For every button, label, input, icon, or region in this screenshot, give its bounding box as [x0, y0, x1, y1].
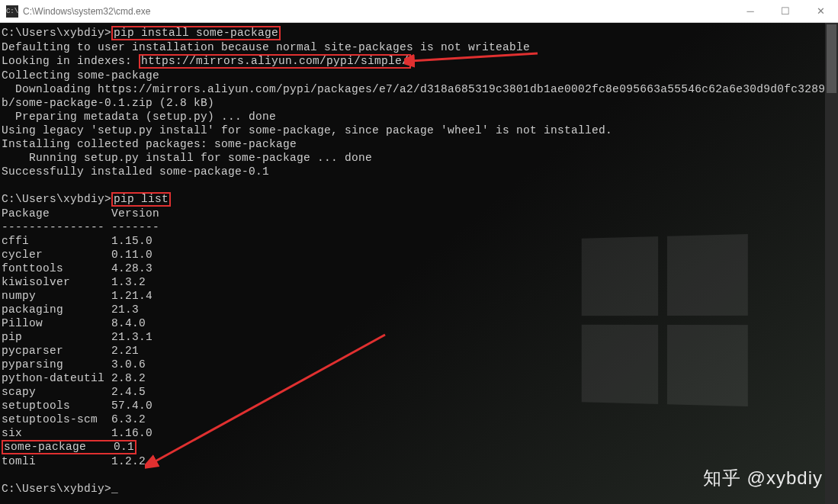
highlight-some-package: some-package 0.1	[2, 440, 136, 454]
output-index-line: Looking in indexes: https://mirrors.aliy…	[2, 54, 836, 69]
svg-line-1	[153, 335, 385, 463]
table-row: kiwisolver 1.3.2	[2, 275, 153, 289]
window-titlebar: C:\ C:\Windows\system32\cmd.exe ─ ☐ ✕	[0, 0, 838, 23]
table-row: setuptools 57.4.0	[2, 399, 153, 413]
output-line: Downloading https://mirrors.aliyun.com/p…	[2, 82, 836, 96]
table-row: tomli 1.2.2	[2, 454, 153, 468]
table-row: fonttools 4.28.3	[2, 262, 153, 275]
output-line: Running setup.py install for some-packag…	[2, 151, 836, 165]
table-row: pip 21.3.1	[2, 330, 153, 344]
arrow-annotation-2	[145, 332, 389, 469]
table-row: Pillow 8.4.0	[2, 316, 153, 330]
minimize-button[interactable]: ─	[733, 0, 768, 23]
cmd-icon: C:\	[6, 5, 18, 18]
window-controls: ─ ☐ ✕	[733, 0, 838, 23]
output-line: Defaulting to user installation because …	[2, 40, 836, 54]
table-row: cycler 0.11.0	[2, 248, 153, 262]
output-line: Preparing metadata (setup.py) ... done	[2, 110, 836, 124]
table-row: pyparsing 3.0.6	[2, 358, 153, 371]
window-title: C:\Windows\system32\cmd.exe	[23, 6, 150, 17]
close-button[interactable]: ✕	[803, 0, 838, 23]
terminal-body[interactable]: C:\Users\xybdiy>pip install some-package…	[0, 23, 838, 504]
blank-line	[2, 178, 836, 192]
table-row: six 1.16.0	[2, 426, 153, 440]
table-row: scapy 2.4.5	[2, 385, 153, 399]
output-line: Collecting some-package	[2, 69, 836, 82]
pkg-divider: --------------- -------	[2, 220, 836, 234]
output-line: Using legacy 'setup.py install' for some…	[2, 124, 836, 137]
table-row: numpy 1.21.4	[2, 289, 153, 303]
scrollbar-thumb[interactable]	[827, 24, 836, 93]
table-row: python-dateutil 2.8.2	[2, 371, 153, 385]
watermark-text: 知乎 @xybdiy	[703, 466, 823, 490]
pkg-header: Package Version	[2, 207, 836, 220]
prompt-line-1: C:\Users\xybdiy>pip install some-package	[2, 26, 836, 40]
highlight-list-cmd: pip list	[111, 192, 171, 207]
package-table: cffi 1.15.0cycler 0.11.0fonttools 4.28.3…	[2, 234, 153, 468]
output-line: b/some-package-0.1.zip (2.8 kB)	[2, 96, 836, 110]
windows-logo-watermark	[582, 234, 748, 406]
output-line: Successfully installed some-package-0.1	[2, 165, 836, 178]
prompt-line-2: C:\Users\xybdiy>pip list	[2, 192, 836, 207]
table-row: pycparser 2.21	[2, 344, 153, 358]
highlight-index-url: https://mirrors.aliyun.com/pypi/simple/	[139, 54, 411, 69]
table-row: some-package 0.1	[2, 440, 153, 454]
table-row: setuptools-scm 6.3.2	[2, 413, 153, 426]
highlight-install-cmd: pip install some-package	[111, 26, 281, 40]
maximize-button[interactable]: ☐	[768, 0, 803, 23]
table-row: packaging 21.3	[2, 303, 153, 316]
output-line: Installing collected packages: some-pack…	[2, 137, 836, 151]
table-row: cffi 1.15.0	[2, 234, 153, 248]
